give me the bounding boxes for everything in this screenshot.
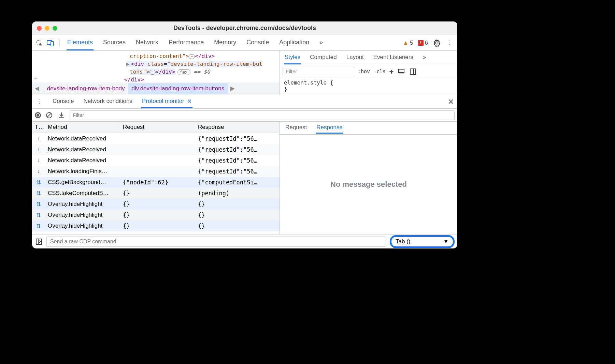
drawer: ⋮ Console Network conditions Protocol mo… — [32, 95, 457, 248]
dom-overflow-icon[interactable]: ⋯ — [34, 75, 38, 82]
breadcrumb-scroll-right-icon[interactable]: ▶ — [228, 85, 238, 92]
detail-empty-message: No message selected — [280, 135, 457, 234]
traffic-lights — [37, 26, 57, 31]
direction-icon: ↓ — [32, 134, 45, 143]
request-cell: {"nodeId":62} — [120, 178, 195, 187]
styles-tab-computed[interactable]: Computed — [309, 51, 337, 64]
drawer-tab-protocol-monitor[interactable]: Protocol monitor✕ — [141, 96, 192, 108]
table-row[interactable]: ⇅Overlay.hideHighlight{}{} — [32, 221, 280, 231]
save-icon[interactable] — [57, 111, 66, 119]
table-row[interactable]: ↓Network.dataReceived{"requestId":"56… — [32, 155, 280, 166]
cdp-command-input[interactable] — [46, 237, 386, 247]
header-type[interactable]: T… — [32, 122, 45, 133]
protocol-filter-input[interactable] — [70, 110, 455, 120]
close-window-button[interactable] — [37, 26, 42, 31]
cls-toggle[interactable]: .cls — [373, 69, 386, 75]
request-cell: {} — [120, 210, 195, 220]
drawer-more-icon[interactable]: ⋮ — [35, 98, 44, 106]
response-cell: {"requestId":"56… — [195, 145, 280, 154]
dom-tree[interactable]: cription-content">⋯</div> ▶<div class="d… — [32, 51, 280, 82]
table-row[interactable]: ⇅Overlay.hideHighlight{}{} — [32, 210, 280, 221]
devtools-window: DevTools - developer.chrome.com/docs/dev… — [32, 21, 457, 248]
table-row[interactable]: ↓Network.loadingFinis…{"requestId":"56… — [32, 166, 280, 177]
device-toggle-icon[interactable] — [46, 39, 55, 47]
breadcrumb-scroll-left-icon[interactable]: ◀ — [32, 85, 42, 92]
breadcrumb-item[interactable]: div.devsite-landing-row-item-buttons — [128, 83, 228, 94]
close-tab-icon[interactable]: ✕ — [187, 98, 192, 105]
styles-tabs-overflow-icon[interactable]: » — [422, 51, 427, 64]
ellipsis-icon[interactable]: ⋯ — [149, 70, 156, 75]
more-menu-icon[interactable]: ⋮ — [446, 39, 454, 47]
table-row[interactable]: ⇅Overlay.hideHighlight{}{} — [32, 199, 280, 210]
tab-sources[interactable]: Sources — [102, 35, 126, 50]
computed-sidebar-icon[interactable] — [409, 67, 417, 76]
response-cell: {} — [195, 199, 280, 209]
table-row[interactable]: ↓Network.dataReceived{"requestId":"56… — [32, 133, 280, 144]
tab-application[interactable]: Application — [278, 35, 310, 50]
detail-tab-response[interactable]: Response — [316, 122, 343, 134]
response-cell: {"requestId":"56… — [195, 134, 280, 143]
drawer-close-icon[interactable]: ✕ — [448, 97, 454, 106]
chevron-down-icon: ▼ — [443, 238, 449, 245]
tab-elements[interactable]: Elements — [67, 35, 94, 50]
flex-badge[interactable]: flex — [177, 69, 190, 75]
table-row[interactable]: ⇅CSS.takeComputedS…{}(pending) — [32, 188, 280, 199]
direction-icon: ⇅ — [32, 210, 45, 220]
method-cell: CSS.getBackground… — [45, 178, 120, 187]
svg-line-8 — [47, 113, 51, 117]
styles-tab-eventlisteners[interactable]: Event Listeners — [373, 51, 414, 64]
new-style-rule-icon[interactable]: + — [389, 67, 394, 76]
tab-network[interactable]: Network — [135, 35, 159, 50]
header-request[interactable]: Request — [120, 122, 195, 133]
tab-console[interactable]: Console — [246, 35, 270, 50]
table-row[interactable]: ↓Network.dataReceived{"requestId":"56… — [32, 144, 280, 155]
styles-tabs: Styles Computed Layout Event Listeners » — [280, 51, 457, 65]
method-cell: CSS.takeComputedS… — [45, 188, 120, 198]
request-cell: {} — [120, 188, 195, 198]
record-button[interactable] — [35, 112, 41, 118]
header-response[interactable]: Response — [195, 122, 280, 133]
method-cell: Network.dataReceived — [45, 145, 120, 154]
drawer-tab-network-conditions[interactable]: Network conditions — [83, 96, 133, 108]
response-cell: (pending) — [195, 188, 280, 198]
error-icon: ! — [418, 40, 424, 46]
detail-tab-request[interactable]: Request — [285, 122, 308, 134]
styles-tab-layout[interactable]: Layout — [346, 51, 364, 64]
direction-icon: ⇅ — [32, 178, 45, 187]
errors-badge[interactable]: !6 — [418, 40, 428, 46]
method-cell: Overlay.hideHighlight — [45, 210, 120, 220]
toolbar-right: ▲5 !6 ⋮ — [403, 39, 454, 47]
tab-performance[interactable]: Performance — [168, 35, 204, 50]
ellipsis-icon[interactable]: ⋯ — [189, 54, 195, 59]
warnings-badge[interactable]: ▲5 — [403, 40, 413, 46]
tabs-overflow-icon[interactable]: » — [319, 35, 324, 50]
styles-toolbar: :hov .cls + — [280, 65, 457, 78]
drawer-tab-console[interactable]: Console — [52, 96, 74, 108]
hov-toggle[interactable]: :hov — [358, 69, 370, 75]
response-cell: {"requestId":"56… — [195, 156, 280, 165]
direction-icon: ⇅ — [32, 188, 45, 198]
styles-body[interactable]: element.style { } — [280, 78, 457, 94]
clear-icon[interactable] — [45, 111, 53, 119]
protocol-footer: Tab () ▼ — [32, 234, 457, 248]
main-tabs: Elements Sources Network Performance Mem… — [67, 35, 400, 50]
breadcrumb-item[interactable]: .devsite-landing-row-item-body — [42, 83, 128, 94]
inspect-element-icon[interactable] — [35, 39, 44, 47]
minimize-window-button[interactable] — [45, 26, 49, 31]
table-row[interactable]: ⇅CSS.getBackground…{"nodeId":62}{"comput… — [32, 177, 280, 188]
direction-icon: ⇅ — [32, 199, 45, 209]
separator — [59, 39, 60, 47]
method-cell: Network.loadingFinis… — [45, 167, 120, 176]
tab-memory[interactable]: Memory — [213, 35, 237, 50]
target-selector[interactable]: Tab () ▼ — [390, 235, 455, 248]
protocol-toolbar — [32, 109, 457, 122]
settings-icon[interactable] — [433, 39, 441, 47]
expand-triangle-icon[interactable]: ▶ — [126, 61, 130, 67]
styles-tab-styles[interactable]: Styles — [284, 51, 301, 64]
header-method[interactable]: Method — [45, 122, 120, 133]
maximize-window-button[interactable] — [53, 26, 57, 31]
expand-sidebar-icon[interactable] — [35, 238, 43, 246]
request-cell: {} — [120, 199, 195, 209]
flexbox-editor-icon[interactable] — [397, 67, 405, 76]
styles-filter-input[interactable] — [283, 67, 354, 76]
